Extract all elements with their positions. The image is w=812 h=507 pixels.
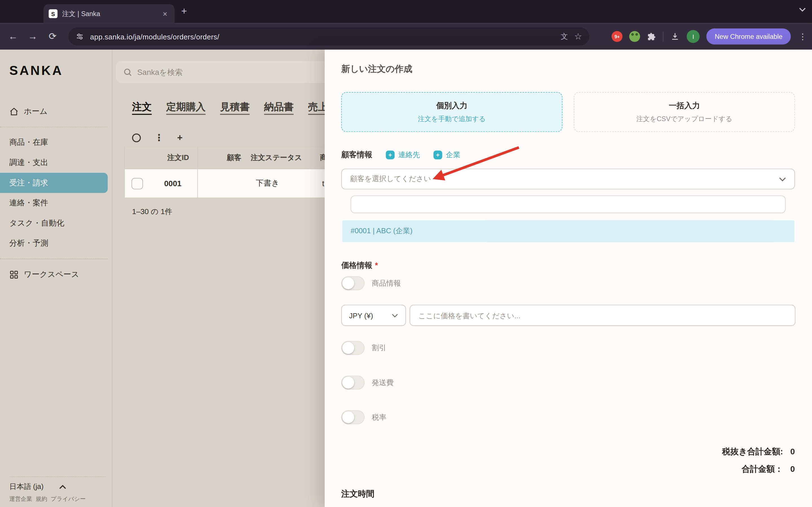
reload-icon[interactable]: ⟳ xyxy=(49,30,57,43)
forward-icon[interactable]: → xyxy=(28,30,37,43)
tab-close-icon[interactable]: × xyxy=(161,9,169,18)
browser-window: S 注文 | Sanka × + ← → ⟳ app.sanka.io/ja/m… xyxy=(0,0,812,507)
customer-search-input[interactable] xyxy=(350,195,785,213)
extension-badge-icon[interactable]: 9+ xyxy=(612,31,623,42)
shipping-toggle-row: 発送費 xyxy=(341,376,394,390)
sidebar-item-procurement[interactable]: 調達・支出 xyxy=(0,153,108,173)
sidebar-item-label: タスク・自動化 xyxy=(9,218,64,228)
plus-icon: + xyxy=(386,151,395,159)
bookmark-star-icon[interactable]: ☆ xyxy=(574,31,582,42)
list-menu-icon[interactable]: ⋮ xyxy=(154,133,163,142)
sidebar-item-products[interactable]: 商品・在庫 xyxy=(0,132,108,153)
add-contact-label: 連絡先 xyxy=(398,151,420,160)
price-input[interactable] xyxy=(410,305,795,326)
column-header: 顧客 xyxy=(227,147,241,169)
profile-avatar[interactable]: I xyxy=(687,30,700,43)
toggle-label: 割引 xyxy=(372,343,386,353)
legal-link-terms[interactable]: 規約 xyxy=(36,495,47,503)
legal-link-company[interactable]: 運営企業 xyxy=(9,495,32,503)
translate-icon[interactable]: 文 xyxy=(561,32,568,41)
list-toolbar: ⋮ + xyxy=(132,131,183,144)
sidebar-item-workspace[interactable]: ワークスペース xyxy=(0,265,108,285)
discount-toggle-row: 割引 xyxy=(341,341,386,355)
subtotal-label: 税抜き合計金額: xyxy=(722,447,783,456)
chevron-down-icon xyxy=(392,313,398,318)
tab-title: 注文 | Sanka xyxy=(62,9,156,18)
row-checkbox[interactable] xyxy=(132,169,143,198)
plus-icon: + xyxy=(434,151,442,159)
divider xyxy=(197,169,198,198)
divider xyxy=(0,259,108,259)
new-tab-button[interactable]: + xyxy=(181,6,187,17)
customer-select[interactable]: 顧客を選択してください xyxy=(341,169,795,189)
mode-card-individual[interactable]: 個別入力 注文を手動で追加する xyxy=(341,92,562,132)
sidebar-footer: 日本語 (ja) 運営企業 規約 プライバシー xyxy=(9,471,106,503)
currency-select[interactable]: JPY (¥) xyxy=(341,305,406,326)
tab-delivery-notes[interactable]: 納品書 xyxy=(264,100,294,114)
sidebar-item-orders[interactable]: 受注・請求 xyxy=(0,173,108,193)
mode-subtitle: 注文をCSVでアップロードする xyxy=(637,114,732,123)
search-icon xyxy=(123,68,132,76)
sidebar-item-analytics[interactable]: 分析・予測 xyxy=(0,233,108,253)
extensions-puzzle-icon[interactable] xyxy=(647,32,656,41)
sidebar-item-home[interactable]: ホーム xyxy=(0,101,108,122)
view-circle-icon[interactable] xyxy=(132,133,141,142)
legal-link-privacy[interactable]: プライバシー xyxy=(51,495,86,503)
tab-subscriptions[interactable]: 定期購入 xyxy=(166,100,206,114)
sidebar-item-label: 連絡・案件 xyxy=(9,198,48,208)
customer-info-header: 顧客情報 + 連絡先 + 企業 xyxy=(341,150,460,160)
app-root: SANKA ホーム 商品・在庫 調達・支出 受注・請求 xyxy=(0,50,812,507)
site-info-icon[interactable] xyxy=(75,33,84,41)
divider xyxy=(0,127,108,127)
shipping-toggle[interactable] xyxy=(341,376,364,390)
add-contact-button[interactable]: + 連絡先 xyxy=(386,151,420,160)
sidebar-nav: ホーム 商品・在庫 調達・支出 受注・請求 連絡・案件 タスク・自動化 xyxy=(0,101,108,284)
url-text: app.sanka.io/ja/modules/orders/orders/ xyxy=(90,33,555,41)
tab-strip: S 注文 | Sanka × + xyxy=(0,0,812,23)
sidebar-item-label: 分析・予測 xyxy=(9,238,48,248)
tax-toggle[interactable] xyxy=(341,410,364,425)
discount-toggle[interactable] xyxy=(341,341,364,355)
toggle-label: 商品情報 xyxy=(372,279,401,288)
address-bar[interactable]: app.sanka.io/ja/modules/orders/orders/ 文… xyxy=(68,27,589,45)
currency-value: JPY (¥) xyxy=(349,311,373,320)
total-label: 合計金額： xyxy=(742,464,783,474)
tab-quotes[interactable]: 見積書 xyxy=(220,100,250,114)
chevron-down-icon xyxy=(779,177,786,181)
mode-subtitle: 注文を手動で追加する xyxy=(418,114,486,123)
browser-menu-icon[interactable]: ⋮ xyxy=(798,32,808,41)
divider xyxy=(663,31,663,42)
product-info-toggle[interactable] xyxy=(341,276,364,290)
language-label: 日本語 (ja) xyxy=(9,482,43,492)
add-company-button[interactable]: + 企業 xyxy=(434,151,460,160)
mode-card-bulk[interactable]: 一括入力 注文をCSVでアップロードする xyxy=(574,92,795,132)
module-tabs: 注文 定期購入 見積書 納品書 売上 xyxy=(132,100,327,114)
product-cell: t xyxy=(322,169,324,198)
mode-title: 個別入力 xyxy=(436,101,467,110)
browser-tab[interactable]: S 注文 | Sanka × xyxy=(43,4,174,23)
drawer-title: 新しい注文の作成 xyxy=(341,63,412,75)
divider xyxy=(9,476,106,477)
browser-toolbar: ← → ⟳ app.sanka.io/ja/modules/orders/ord… xyxy=(0,23,812,50)
add-company-label: 企業 xyxy=(446,151,460,160)
sidebar-item-label: ホーム xyxy=(24,107,47,116)
extension-frog-icon[interactable] xyxy=(629,31,640,42)
tab-orders[interactable]: 注文 xyxy=(132,100,152,114)
add-column-icon[interactable]: + xyxy=(177,133,183,142)
tab-search-icon[interactable] xyxy=(799,7,806,12)
column-header: 注文ステータス xyxy=(251,147,302,169)
chrome-update-button[interactable]: New Chrome available xyxy=(707,29,791,45)
sidebar-item-tasks[interactable]: タスク・自動化 xyxy=(0,213,108,233)
sidebar-item-contacts[interactable]: 連絡・案件 xyxy=(0,193,108,213)
download-icon[interactable] xyxy=(670,32,680,41)
create-order-drawer: 新しい注文の作成 個別入力 注文を手動で追加する 一括入力 注文をCSVでアップ… xyxy=(325,50,812,507)
toolbar-right-cluster: 9+ I New Chrome available ⋮ xyxy=(612,27,808,46)
toggle-label: 税率 xyxy=(372,413,386,422)
language-selector[interactable]: 日本語 (ja) xyxy=(9,482,106,492)
customer-info-label: 顧客情報 xyxy=(341,150,372,160)
customer-option[interactable]: #0001 | ABC (企業) xyxy=(342,220,794,242)
status-cell: 下書き xyxy=(256,169,279,198)
input-mode-cards: 個別入力 注文を手動で追加する 一括入力 注文をCSVでアップロードする xyxy=(341,92,795,132)
back-icon[interactable]: ← xyxy=(8,30,17,43)
chevron-up-icon xyxy=(59,485,66,489)
